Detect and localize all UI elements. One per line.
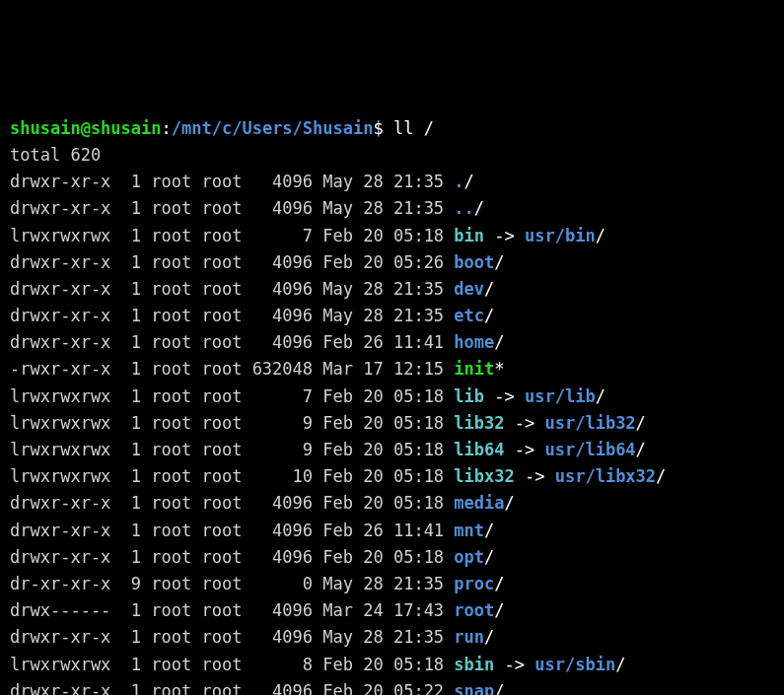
link-target: usr/lib [525, 386, 596, 406]
listing-row: drwxr-xr-x 1 root root 4096 Feb 20 05:18… [10, 544, 774, 571]
listing-columns: drwxr-xr-x 1 root root 4096 Feb 26 11:41 [10, 521, 454, 540]
listing-row: drwxr-xr-x 1 root root 4096 Feb 20 05:22… [10, 678, 774, 695]
listing-name: mnt [454, 521, 484, 540]
listing-slash: / [484, 521, 494, 540]
listing-columns: drwxr-xr-x 1 root root 4096 May 28 21:35 [10, 627, 454, 647]
listing-name: proc [454, 574, 494, 593]
link-target-slash: / [596, 386, 606, 406]
link-target-slash: / [636, 440, 646, 459]
listing-columns: drwxr-xr-x 1 root root 4096 Feb 26 11:41 [10, 332, 454, 352]
listing-name: lib64 [454, 440, 504, 459]
listing-columns: lrwxrwxrwx 1 root root 8 Feb 20 05:18 [10, 655, 454, 674]
listing-slash: / [474, 198, 484, 218]
terminal-output[interactable]: shusain@shusain:/mnt/c/Users/Shusain$ ll… [10, 115, 774, 695]
listing-name: init [454, 359, 494, 379]
listing-columns: drwxr-xr-x 1 root root 4096 Feb 20 05:18 [10, 493, 454, 513]
listing-row: lrwxrwxrwx 1 root root 7 Feb 20 05:18 bi… [10, 223, 774, 249]
link-arrow: -> [515, 466, 555, 486]
listing-columns: lrwxrwxrwx 1 root root 10 Feb 20 05:18 [10, 466, 454, 486]
listing-name: lib32 [454, 413, 504, 433]
listing-slash: / [484, 547, 494, 567]
listing-row: drwxr-xr-x 1 root root 4096 Feb 20 05:26… [10, 249, 774, 276]
link-target: usr/bin [525, 226, 596, 245]
listing-name: snap [454, 681, 494, 695]
listing-columns: drwxr-xr-x 1 root root 4096 Feb 20 05:22 [10, 681, 454, 695]
listing-slash: / [494, 332, 504, 352]
listing-name: dev [454, 279, 484, 299]
listing-columns: drwx------ 1 root root 4096 Mar 24 17:43 [10, 600, 454, 620]
listing-slash: / [484, 627, 494, 647]
listing-row: -rwxr-xr-x 1 root root 632048 Mar 17 12:… [10, 356, 774, 382]
prompt-path: /mnt/c/Users/Shusain [172, 118, 374, 138]
listing-name: .. [454, 198, 473, 218]
listing-row: lrwxrwxrwx 1 root root 9 Feb 20 05:18 li… [10, 437, 774, 463]
listing-name: boot [454, 252, 494, 272]
listing-slash: / [494, 681, 504, 695]
listing-row: lrwxrwxrwx 1 root root 8 Feb 20 05:18 sb… [10, 652, 774, 678]
command-text: ll / [393, 118, 434, 138]
listing-row: drwxr-xr-x 1 root root 4096 May 28 21:35… [10, 169, 774, 195]
listing-name: run [454, 627, 484, 647]
listing-columns: drwxr-xr-x 1 root root 4096 May 28 21:35 [10, 198, 454, 218]
listing-slash: / [494, 574, 504, 593]
listing-row: drwxr-xr-x 1 root root 4096 May 28 21:35… [10, 276, 774, 303]
listing-columns: lrwxrwxrwx 1 root root 9 Feb 20 05:18 [10, 413, 454, 433]
listing-name: media [454, 493, 504, 513]
prompt-user: shusain@shusain [10, 118, 162, 138]
listing-columns: lrwxrwxrwx 1 root root 7 Feb 20 05:18 [10, 386, 454, 406]
link-target: usr/lib64 [544, 440, 635, 459]
listing-slash: / [484, 279, 494, 299]
link-arrow: -> [505, 413, 545, 433]
listing-name: lib [454, 386, 484, 406]
listing-slash: / [494, 600, 504, 620]
link-target-slash: / [596, 226, 606, 245]
listing-star: * [494, 359, 504, 379]
listing-row: drwxr-xr-x 1 root root 4096 May 28 21:35… [10, 303, 774, 329]
link-target: usr/sbin [535, 655, 615, 674]
listing-name: sbin [454, 655, 494, 674]
listing-columns: drwxr-xr-x 1 root root 4096 Feb 20 05:26 [10, 252, 454, 272]
prompt-line: shusain@shusain:/mnt/c/Users/Shusain$ ll… [10, 115, 774, 142]
listing-slash: / [464, 172, 474, 191]
listing-slash: / [484, 306, 494, 325]
listing-slash: / [494, 252, 504, 272]
prompt-colon: : [162, 118, 172, 138]
listing-columns: lrwxrwxrwx 1 root root 9 Feb 20 05:18 [10, 440, 454, 459]
listing-row: drwxr-xr-x 1 root root 4096 Feb 26 11:41… [10, 518, 774, 544]
listing-slash: / [505, 493, 515, 513]
link-arrow: -> [484, 226, 525, 245]
listing-columns: lrwxrwxrwx 1 root root 7 Feb 20 05:18 [10, 226, 454, 245]
listing-columns: dr-xr-xr-x 9 root root 0 May 28 21:35 [10, 574, 454, 593]
listing-columns: drwxr-xr-x 1 root root 4096 May 28 21:35 [10, 172, 454, 191]
listing-columns: drwxr-xr-x 1 root root 4096 Feb 20 05:18 [10, 547, 454, 567]
link-target-slash: / [615, 655, 625, 674]
listing-name: libx32 [454, 466, 514, 486]
listing-name: bin [454, 226, 484, 245]
listing-name: home [454, 332, 494, 352]
listing-row: drwxr-xr-x 1 root root 4096 May 28 21:35… [10, 195, 774, 222]
listing-columns: drwxr-xr-x 1 root root 4096 May 28 21:35 [10, 306, 454, 325]
listing-row: drwxr-xr-x 1 root root 4096 May 28 21:35… [10, 624, 774, 651]
listing-row: lrwxrwxrwx 1 root root 9 Feb 20 05:18 li… [10, 410, 774, 437]
link-target: usr/libx32 [555, 466, 656, 486]
listing-row: drwxr-xr-x 1 root root 4096 Feb 26 11:41… [10, 329, 774, 356]
listing-columns: drwxr-xr-x 1 root root 4096 May 28 21:35 [10, 279, 454, 299]
listing-row: lrwxrwxrwx 1 root root 10 Feb 20 05:18 l… [10, 463, 774, 490]
prompt-dollar: $ [373, 118, 392, 138]
listing-row: drwxr-xr-x 1 root root 4096 Feb 20 05:18… [10, 490, 774, 517]
listing-columns: -rwxr-xr-x 1 root root 632048 Mar 17 12:… [10, 359, 454, 379]
link-arrow: -> [494, 655, 535, 674]
link-target-slash: / [636, 413, 646, 433]
link-target-slash: / [656, 466, 666, 486]
listing-name: etc [454, 306, 484, 325]
link-arrow: -> [505, 440, 545, 459]
listing-name: opt [454, 547, 484, 567]
listing-name: . [454, 172, 463, 191]
listing-row: dr-xr-xr-x 9 root root 0 May 28 21:35 pr… [10, 571, 774, 597]
link-target: usr/lib32 [544, 413, 635, 433]
listing-row: drwx------ 1 root root 4096 Mar 24 17:43… [10, 597, 774, 624]
link-arrow: -> [484, 386, 525, 406]
total-line: total 620 [10, 142, 774, 169]
listing-row: lrwxrwxrwx 1 root root 7 Feb 20 05:18 li… [10, 383, 774, 410]
listing-name: root [454, 600, 494, 620]
